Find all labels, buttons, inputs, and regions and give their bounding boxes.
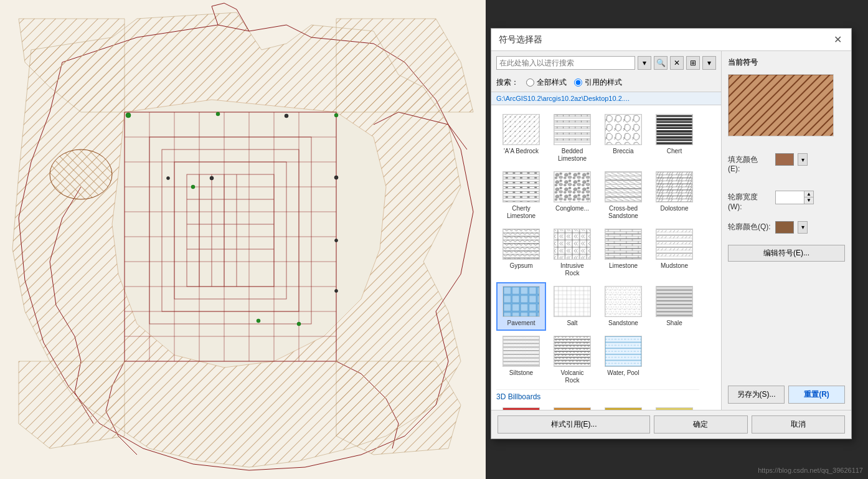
outline-width-input-group: 1.00 ▲ ▼	[775, 191, 814, 204]
symbol-3d-gold[interactable]	[598, 404, 648, 410]
svg-point-42	[216, 112, 220, 116]
symbol-label-siltstone: Siltstone	[509, 369, 533, 377]
symbol-volcanic-rock[interactable]: VolcanicRock	[547, 332, 597, 388]
symbol-preview-sandstone	[605, 286, 642, 317]
fill-color-label: 填充颜色 (E):	[728, 145, 771, 174]
search-dropdown-btn[interactable]: ▾	[638, 56, 651, 70]
outline-color-dropdown[interactable]: ▾	[798, 221, 808, 234]
svg-point-52	[335, 290, 338, 293]
symbol-preview-breccia	[605, 114, 642, 145]
symbol-preview-water-pool	[605, 336, 642, 367]
symbol-breccia[interactable]: Breccia	[598, 110, 648, 166]
search-input[interactable]	[496, 56, 635, 70]
fill-color-swatch[interactable]	[775, 153, 794, 166]
watermark: https://blog.csdn.net/qq_39626117	[758, 467, 863, 474]
bottom-buttons: 另存为(S)... 重置(R)	[728, 386, 845, 404]
outline-width-spin: ▲ ▼	[804, 191, 813, 204]
symbol-label-mudstone: Mudstone	[661, 262, 688, 270]
outline-width-down[interactable]: ▼	[804, 197, 813, 204]
reset-button[interactable]: 重置(R)	[788, 386, 845, 404]
svg-point-51	[335, 239, 338, 242]
right-panel: 当前符号 填充颜色 (E):	[722, 51, 851, 410]
symbol-intrusive-rock[interactable]: IntrusiveRock	[547, 225, 597, 281]
section-3d-billboards-header: 3D Billboards	[496, 389, 699, 402]
radio-referenced-styles[interactable]: 引用的样式	[574, 77, 622, 88]
symbol-mudstone[interactable]: Mudstone	[649, 225, 699, 281]
outline-color-swatch[interactable]	[775, 221, 794, 234]
symbol-cross-bed-sandstone[interactable]: Cross-bedSandstone	[598, 168, 648, 224]
svg-rect-162	[605, 287, 641, 316]
symbol-bedded-limestone[interactable]: BeddedLimestone	[547, 110, 597, 166]
dialog-title: 符号选择器	[499, 34, 542, 45]
symbol-label-cross-bed-sandstone: Cross-bedSandstone	[608, 205, 638, 220]
symbol-chert[interactable]: Chert	[649, 110, 699, 166]
symbol-label-salt: Salt	[567, 320, 577, 327]
path-bar: G:\ArcGIS10.2\arcgis10.2az\Desktop10.2..…	[491, 92, 721, 105]
dialog-footer: 样式引用(E)... 确定 取消	[491, 410, 851, 439]
radio-all-styles[interactable]: 全部样式	[526, 77, 567, 88]
symbol-grid-container[interactable]: 'A'A Bedrock	[491, 105, 721, 410]
svg-rect-121	[503, 229, 539, 259]
close-button[interactable]: ✕	[831, 34, 844, 46]
svg-point-49	[285, 114, 288, 118]
symbol-water-pool[interactable]: Water, Pool	[598, 332, 648, 388]
symbol-preview-chert	[656, 114, 693, 145]
svg-rect-186	[554, 336, 590, 366]
outline-color-label: 轮廓颜色(Q):	[728, 222, 771, 232]
confirm-button[interactable]: 确定	[654, 415, 748, 434]
symbol-cherty-limestone[interactable]: ChertyLimestone	[496, 168, 546, 224]
svg-rect-193	[605, 336, 641, 366]
save-as-button[interactable]: 另存为(S)...	[728, 386, 785, 404]
map-area	[0, 0, 486, 479]
symbol-label-bedded-limestone: BeddedLimestone	[558, 148, 587, 163]
outline-width-up[interactable]: ▲	[804, 191, 813, 197]
symbol-preview-aa-bedrock	[502, 114, 540, 145]
symbol-gypsum[interactable]: Gypsum	[496, 225, 546, 281]
symbol-preview-cherty-limestone	[502, 171, 540, 202]
symbol-dolostone[interactable]: Dolostone	[649, 168, 699, 224]
symbol-label-chert: Chert	[667, 148, 682, 155]
symbol-preview-mudstone	[656, 229, 693, 260]
symbol-label-gypsum: Gypsum	[509, 262, 532, 270]
symbol-label-conglomerate: Conglome...	[555, 205, 589, 212]
cancel-button[interactable]: 取消	[752, 415, 846, 434]
symbol-limestone[interactable]: Limestone	[598, 225, 648, 281]
symbol-sandstone[interactable]: Sandstone	[598, 282, 648, 331]
svg-rect-83	[503, 172, 539, 202]
style-reference-button[interactable]: 样式引用(E)...	[498, 415, 650, 434]
svg-point-45	[297, 322, 301, 326]
symbol-preview-siltstone	[502, 336, 540, 367]
svg-marker-40	[336, 361, 461, 455]
symbol-salt[interactable]: Salt	[547, 282, 597, 331]
svg-point-41	[126, 113, 131, 118]
outline-width-row: 轮廓宽度 (W): 1.00 ▲ ▼	[728, 183, 845, 212]
symbol-conglomerate[interactable]: Conglome...	[547, 168, 597, 224]
fill-color-dropdown[interactable]: ▾	[798, 153, 808, 166]
symbol-selector-dialog: 符号选择器 ✕ ▾ 🔍 ✕ ⊞ ▾ 搜索： 全部样式	[491, 28, 852, 439]
search-row: ▾ 🔍 ✕ ⊞ ▾	[491, 51, 721, 75]
symbol-aa-bedrock[interactable]: 'A'A Bedrock	[496, 110, 546, 166]
symbol-pavement[interactable]: Pavement	[496, 282, 546, 331]
search-execute-btn[interactable]: 🔍	[654, 56, 668, 70]
outline-width-input[interactable]: 1.00	[776, 191, 804, 204]
symbol-label-shale: Shale	[666, 320, 682, 327]
search-clear-btn[interactable]: ✕	[670, 56, 684, 70]
symbol-label-aa-bedrock: 'A'A Bedrock	[504, 148, 539, 155]
symbol-shale[interactable]: Shale	[649, 282, 699, 331]
svg-rect-147	[503, 287, 539, 316]
dialog-titlebar: 符号选择器 ✕	[491, 29, 851, 51]
view-more-btn[interactable]: ▾	[702, 56, 716, 70]
edit-symbol-button[interactable]: 编辑符号(E)...	[728, 245, 845, 262]
symbol-label-sandstone: Sandstone	[608, 320, 638, 327]
symbol-siltstone[interactable]: Siltstone	[496, 332, 546, 388]
symbol-preview-intrusive-rock	[554, 229, 591, 260]
view-options-btn[interactable]: ⊞	[686, 56, 700, 70]
symbol-3d-yellow[interactable]	[649, 404, 699, 410]
symbol-3d-orange[interactable]	[547, 404, 597, 410]
symbol-3d-red[interactable]	[496, 404, 546, 410]
symbol-preview-shale	[656, 286, 693, 317]
outline-width-label: 轮廓宽度 (W):	[728, 183, 771, 212]
symbol-label-dolostone: Dolostone	[660, 205, 688, 212]
svg-rect-56	[503, 115, 539, 145]
svg-rect-127	[554, 229, 590, 259]
